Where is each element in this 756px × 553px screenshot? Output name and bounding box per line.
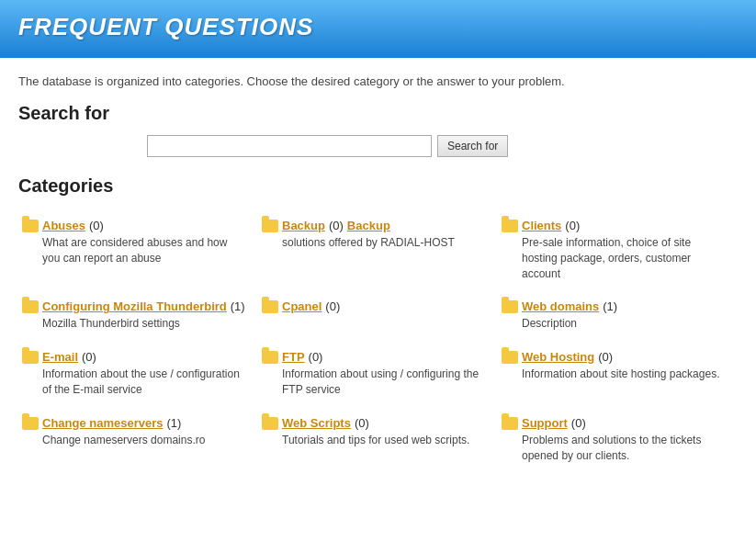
list-item: E-mail (0)Information about the use / co… <box>18 343 258 409</box>
category-count: (0) <box>571 416 586 430</box>
page-header: FREQUENT QUESTIONS <box>0 0 756 58</box>
folder-icon <box>502 351 518 364</box>
category-link[interactable]: Cpanel <box>282 299 322 313</box>
category-description: Pre-sale information, choice of site hos… <box>502 235 727 281</box>
list-item: Change nameservers (1)Change nameservers… <box>18 409 258 475</box>
folder-icon <box>22 220 39 232</box>
category-count: (0) <box>325 299 340 313</box>
category-description: Problems and solutions to the tickets op… <box>502 433 727 464</box>
folder-icon <box>502 300 518 313</box>
list-item: Web Scripts (0)Tutorials and tips for us… <box>258 409 498 475</box>
category-link[interactable]: Abuses <box>42 219 85 232</box>
category-link[interactable]: Configuring Mozilla Thunderbird <box>42 299 227 313</box>
category-description: What are considered abuses and how you c… <box>22 235 247 266</box>
list-item: FTP (0)Information about using / configu… <box>258 343 498 409</box>
categories-heading: Categories <box>18 175 738 197</box>
category-count: (0) <box>598 350 613 364</box>
list-item: Support (0)Problems and solutions to the… <box>498 409 738 475</box>
category-link[interactable]: Support <box>522 416 568 430</box>
category-link[interactable]: Clients <box>522 219 561 232</box>
category-count: (0) <box>89 219 104 232</box>
category-link[interactable]: Web domains <box>522 299 599 313</box>
category-link[interactable]: Web Scripts <box>282 416 351 430</box>
folder-icon <box>262 351 278 364</box>
search-section: Search for Search for <box>18 103 738 157</box>
category-description: Change nameservers domains.ro <box>22 433 247 448</box>
search-heading: Search for <box>18 103 738 124</box>
folder-icon <box>22 300 39 313</box>
category-link[interactable]: Change nameservers <box>42 416 164 430</box>
category-description: Mozilla Thunderbird settings <box>22 316 247 332</box>
category-link[interactable]: FTP <box>282 350 305 364</box>
category-description: Information about site hosting packages. <box>502 367 727 382</box>
category-link[interactable]: Web Hosting <box>522 350 594 364</box>
categories-section: Categories Abuses (0)What are considered… <box>18 175 738 474</box>
category-link[interactable]: E-mail <box>42 350 78 364</box>
category-count: (1) <box>603 299 617 313</box>
category-count: (1) <box>231 299 245 313</box>
search-input[interactable] <box>147 135 432 157</box>
category-count: (0) <box>82 350 96 364</box>
category-count: (0) <box>329 219 344 232</box>
category-link[interactable]: Backup <box>282 219 325 232</box>
list-item: Web Hosting (0)Information about site ho… <box>498 343 738 409</box>
category-count: (1) <box>167 416 182 430</box>
list-item: Abuses (0)What are considered abuses and… <box>18 211 258 292</box>
search-row: Search for <box>18 135 738 157</box>
categories-grid: Abuses (0)What are considered abuses and… <box>18 211 738 474</box>
list-item: Backup (0) Backupsolutions offered by RA… <box>258 211 498 292</box>
folder-icon <box>22 417 39 430</box>
list-item: Web domains (1)Description <box>498 292 738 343</box>
category-description: Information about the use / configuratio… <box>22 367 247 398</box>
category-extra-link[interactable]: Backup <box>347 219 390 232</box>
category-description: Description <box>502 316 727 332</box>
list-item: Clients (0)Pre-sale information, choice … <box>498 211 738 292</box>
category-description: solutions offered by RADIAL-HOST <box>262 235 487 251</box>
folder-icon <box>262 417 278 430</box>
category-count: (0) <box>355 416 369 430</box>
folder-icon <box>22 351 39 364</box>
category-count: (0) <box>565 219 580 232</box>
folder-icon <box>502 220 518 232</box>
folder-icon <box>262 220 278 232</box>
search-button[interactable]: Search for <box>437 135 508 157</box>
category-description: Information about using / configuring th… <box>262 367 487 398</box>
folder-icon <box>262 300 278 313</box>
list-item: Cpanel (0) <box>258 292 498 343</box>
list-item: Configuring Mozilla Thunderbird (1)Mozil… <box>18 292 258 343</box>
page-content: The database is organized into categorie… <box>0 58 756 492</box>
category-description: Tutorials and tips for used web scripts. <box>262 433 487 448</box>
folder-icon <box>502 417 518 430</box>
page-title: FREQUENT QUESTIONS <box>18 13 738 41</box>
intro-text: The database is organized into categorie… <box>18 74 738 88</box>
category-count: (0) <box>309 350 323 364</box>
